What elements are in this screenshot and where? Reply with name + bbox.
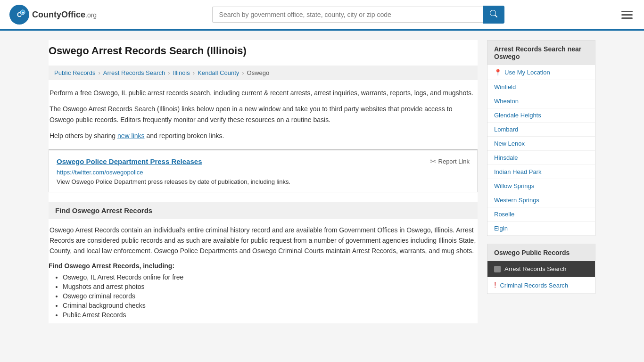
logo-text: CountyOffice.org bbox=[32, 10, 97, 20]
sidebar-link-lombard[interactable]: Lombard bbox=[487, 123, 595, 137]
menu-line bbox=[621, 11, 633, 12]
search-bar bbox=[212, 6, 504, 24]
content-area: Oswego Arrest Records Search (Illinois) … bbox=[49, 40, 478, 323]
report-link[interactable]: ✂ Report Link bbox=[430, 157, 470, 166]
list-item: Mugshots and arrest photos bbox=[63, 283, 478, 290]
sidebar-link-western-springs[interactable]: Western Springs bbox=[487, 193, 595, 207]
intro-para3: Help others by sharing new links and rep… bbox=[49, 131, 478, 141]
sidebar-link-new-lenox[interactable]: New Lenox bbox=[487, 137, 595, 151]
link-card: Oswego Police Department Press Releases … bbox=[49, 149, 478, 192]
menu-line bbox=[621, 14, 633, 16]
sidebar-link-wheaton[interactable]: Wheaton bbox=[487, 94, 595, 108]
breadcrumb-arrest-records[interactable]: Arrest Records Search bbox=[103, 69, 165, 76]
intro-para2: The Oswego Arrest Records Search (Illino… bbox=[49, 104, 478, 125]
breadcrumb: Public Records › Arrest Records Search ›… bbox=[49, 66, 478, 80]
record-dot-icon: ! bbox=[494, 281, 496, 289]
find-section-header: Find Oswego Arrest Records bbox=[49, 202, 478, 219]
logo: C ★ CountyOffice.org bbox=[9, 5, 97, 25]
menu-line bbox=[621, 17, 633, 19]
breadcrumb-illinois[interactable]: Illinois bbox=[173, 69, 190, 76]
link-description: View Oswego Police Department press rele… bbox=[57, 178, 470, 185]
main-container: Oswego Arrest Records Search (Illinois) … bbox=[39, 31, 605, 333]
site-header: C ★ CountyOffice.org bbox=[0, 0, 644, 31]
sidebar-public-records: Oswego Public Records Arrest Records Sea… bbox=[487, 244, 595, 294]
list-item: Criminal background checks bbox=[63, 302, 478, 309]
find-section-para: Oswego Arrest Records contain an individ… bbox=[49, 225, 478, 256]
breadcrumb-sep: › bbox=[193, 69, 195, 76]
logo-icon: C ★ bbox=[9, 5, 29, 25]
use-location-link[interactable]: 📍 Use My Location bbox=[487, 65, 595, 80]
search-button[interactable] bbox=[483, 6, 504, 24]
breadcrumb-current: Oswego bbox=[247, 69, 270, 76]
sidebar-public-title: Oswego Public Records bbox=[487, 244, 595, 261]
sidebar-link-roselle[interactable]: Roselle bbox=[487, 207, 595, 222]
page-title: Oswego Arrest Records Search (Illinois) bbox=[49, 40, 478, 60]
menu-button[interactable] bbox=[619, 9, 635, 21]
report-icon: ✂ bbox=[430, 157, 436, 166]
sidebar-nearby-title: Arrest Records Search near Oswego bbox=[487, 41, 595, 65]
sidebar-nearby: Arrest Records Search near Oswego 📍 Use … bbox=[487, 40, 595, 236]
breadcrumb-sep: › bbox=[168, 69, 170, 76]
search-input[interactable] bbox=[212, 7, 483, 23]
location-pin-icon: 📍 bbox=[494, 69, 502, 76]
active-record-icon bbox=[494, 266, 501, 272]
breadcrumb-public-records[interactable]: Public Records bbox=[54, 69, 95, 76]
sidebar-link-willow-springs[interactable]: Willow Springs bbox=[487, 179, 595, 193]
search-icon bbox=[490, 10, 497, 17]
list-item: Oswego, IL Arrest Records online for fre… bbox=[63, 273, 478, 281]
link-card-header: Oswego Police Department Press Releases … bbox=[57, 157, 470, 166]
link-card-title[interactable]: Oswego Police Department Press Releases bbox=[57, 157, 202, 165]
breadcrumb-sep: › bbox=[98, 69, 100, 76]
sidebar: Arrest Records Search near Oswego 📍 Use … bbox=[487, 40, 595, 323]
list-item: Oswego criminal records bbox=[63, 292, 478, 300]
sidebar-link-winfield[interactable]: Winfield bbox=[487, 80, 595, 94]
breadcrumb-sep: › bbox=[242, 69, 244, 76]
sidebar-link-hinsdale[interactable]: Hinsdale bbox=[487, 151, 595, 165]
intro-para1: Perform a free Oswego, IL public arrest … bbox=[49, 88, 478, 98]
link-url[interactable]: https://twitter.com/oswegopolice bbox=[57, 169, 470, 176]
list-item: Public Arrest Records bbox=[63, 311, 478, 319]
new-links-link[interactable]: new links bbox=[117, 132, 145, 140]
find-bullet-list: Oswego, IL Arrest Records online for fre… bbox=[49, 273, 478, 319]
find-subheading: Find Oswego Arrest Records, including: bbox=[49, 262, 478, 270]
sidebar-criminal-records-link[interactable]: ! Criminal Records Search bbox=[487, 277, 595, 294]
sidebar-link-elgin[interactable]: Elgin bbox=[487, 222, 595, 236]
breadcrumb-kendall-county[interactable]: Kendall County bbox=[198, 69, 239, 76]
sidebar-active-record: Arrest Records Search bbox=[487, 261, 595, 277]
sidebar-link-glendale-heights[interactable]: Glendale Heights bbox=[487, 108, 595, 123]
sidebar-link-indian-head-park[interactable]: Indian Head Park bbox=[487, 165, 595, 179]
